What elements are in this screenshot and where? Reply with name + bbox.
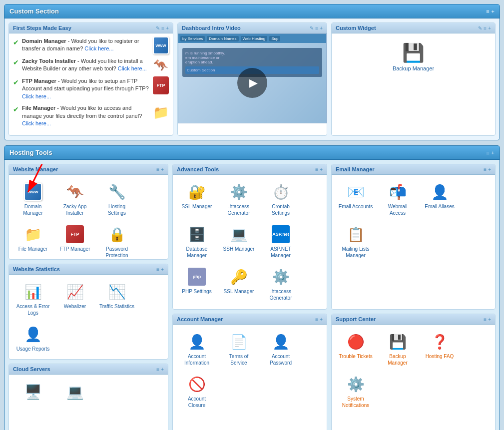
icon-aspnet-manager-1[interactable]: ASP.net ASP.NET Manager: [261, 221, 301, 262]
hosting-right-col: Email Manager ≡ + 📧 Email Ac: [331, 164, 496, 430]
am-add-icon[interactable]: +: [320, 317, 323, 322]
ws-add-icon[interactable]: +: [161, 267, 164, 272]
icon-email-aliases[interactable]: 👤 Email Aliases: [420, 179, 460, 219]
first-steps-link-ftp[interactable]: Click here...: [22, 93, 51, 99]
website-manager-panel: Website Manager ≡ + www: [8, 164, 168, 260]
icon-zacky-app-installer[interactable]: 🦘 Zacky App Installer: [55, 179, 95, 219]
video-body: m is running smoothly. em maintenance or…: [178, 43, 326, 123]
icon-ssl-manager[interactable]: 🔐 SSL Manager: [177, 179, 217, 219]
first-steps-link-domain[interactable]: Click here...: [84, 45, 113, 51]
icon-htaccess-generator[interactable]: ⚙️ .htaccess Generator: [219, 179, 259, 219]
video-edit-icon[interactable]: ✎: [310, 25, 314, 31]
icon-account-information[interactable]: 👤 Account Information: [177, 329, 217, 369]
email-manager-grid: 📧 Email Accounts 📬 Webmail Access: [332, 175, 495, 266]
cs-arrange-icon[interactable]: ≡: [156, 367, 159, 372]
icon-usage-reports[interactable]: 👤 Usage Reports: [13, 321, 53, 355]
ftp-manager-label: FTP Manager: [60, 246, 90, 252]
email-aliases-label: Email Aliases: [425, 203, 454, 210]
ftp-manager-icon: FTP: [66, 225, 84, 243]
icon-backup-manager[interactable]: 💾 Backup Manager: [378, 329, 418, 369]
custom-widget-header: Custom Widget ✎ ≡ +: [332, 23, 495, 33]
backup-manager-area[interactable]: 💾 Backup Manager: [336, 37, 491, 76]
at-add-icon[interactable]: +: [320, 167, 323, 172]
icon-cloud-2[interactable]: 💻: [55, 379, 95, 406]
sc-add-icon[interactable]: +: [488, 317, 491, 322]
system-notifications-icon-img: ⚙️: [346, 374, 366, 394]
system-notifications-label: System Notifications: [338, 396, 374, 409]
icon-system-notifications[interactable]: ⚙️ System Notifications: [336, 371, 376, 412]
webmail-access-label: Webmail Access: [380, 203, 416, 216]
widget-edit-icon[interactable]: ✎: [478, 25, 482, 31]
icon-webmail-access[interactable]: 📬 Webmail Access: [378, 179, 418, 219]
icon-file-manager[interactable]: 📁 File Manager: [13, 221, 53, 260]
icon-php-settings[interactable]: php PHP Settings: [177, 264, 217, 304]
icon-cloud-1[interactable]: 🖥️: [13, 379, 53, 406]
icon-email-accounts[interactable]: 📧 Email Accounts: [336, 179, 376, 219]
usage-reports-icon-img: 👤: [23, 324, 43, 344]
database-manager-label: Database Manager: [179, 246, 215, 259]
ws-arrange-icon[interactable]: ≡: [156, 267, 159, 272]
video-thumbnail[interactable]: by Services Domain Names Web Hosting Sup…: [178, 33, 327, 123]
em-arrange-icon[interactable]: ≡: [484, 167, 487, 172]
icon-terms-of-service[interactable]: 📄 Terms of Service: [219, 329, 259, 369]
icon-webalizer[interactable]: 📈 Webalizer: [55, 279, 95, 319]
icon-hosting-faq[interactable]: ❓ Hosting FAQ: [420, 329, 460, 369]
aspnet-1-badge: ASP.net: [272, 225, 290, 243]
at-arrange-icon[interactable]: ≡: [315, 167, 318, 172]
sc-arrange-icon[interactable]: ≡: [484, 317, 487, 322]
icon-crontab-settings[interactable]: ⏱️ Crontab Settings: [261, 179, 301, 219]
cloud-servers-header: Cloud Servers ≡ +: [9, 364, 168, 375]
em-add-icon[interactable]: +: [488, 167, 491, 172]
first-steps-arrange-icon[interactable]: ≡: [161, 25, 164, 31]
first-steps-header: First Steps Made Easy ✎ ≡ +: [9, 23, 173, 33]
wm-arrange-icon[interactable]: ≡: [156, 167, 159, 172]
custom-section-add-icon[interactable]: +: [492, 8, 495, 14]
hosting-tools-panel: Hosting Tools ≡ + Website Manager ≡: [4, 145, 500, 430]
first-steps-link-zacky[interactable]: Click here...: [118, 65, 147, 71]
icon-ftp-manager[interactable]: FTP FTP Manager: [55, 221, 95, 260]
icon-aspnet-manager-2[interactable]: ASP.net ASP.NET Manager: [177, 308, 217, 310]
htaccess-generator-icon: ⚙️: [230, 184, 248, 200]
ssl-manager-2-label: SSL Manager: [224, 288, 254, 295]
video-arrange-icon[interactable]: ≡: [315, 25, 318, 31]
trouble-tickets-label: Trouble Tickets: [339, 353, 372, 360]
icon-password-protection[interactable]: 🔒 Password Protection: [97, 221, 137, 260]
first-steps-item-filemanager: ✔ File Manager - Would you like to acces…: [13, 104, 169, 127]
icon-account-closure[interactable]: 🚫 Account Closure: [177, 371, 217, 412]
account-information-icon-img: 👤: [187, 332, 207, 352]
dashboard-video-header: Dashboard Intro Video ✎ ≡ +: [178, 23, 327, 33]
icon-htaccess-generator-2[interactable]: ⚙️ .htaccess Generator: [261, 264, 301, 304]
icon-ssh-manager[interactable]: 💻 SSH Manager: [219, 221, 259, 262]
first-steps-add-icon[interactable]: +: [166, 25, 169, 31]
ftp-icon: FTP: [153, 76, 169, 94]
crontab-settings-icon-img: ⏱️: [271, 182, 291, 202]
icon-mailing-lists-manager[interactable]: 📋 Mailing Lists Manager: [336, 221, 376, 262]
icon-account-password[interactable]: 👤 Account Password: [261, 329, 301, 369]
htaccess-generator-icon-img: ⚙️: [229, 182, 249, 202]
cloud-servers-controls: ≡ +: [156, 367, 164, 372]
icon-database-manager[interactable]: 🗄️ Database Manager: [177, 221, 217, 262]
database-manager-icon: 🗄️: [188, 226, 206, 243]
am-arrange-icon[interactable]: ≡: [315, 317, 318, 322]
custom-section-arrange-icon[interactable]: ≡: [486, 8, 489, 14]
icon-ssl-manager-2[interactable]: 🔑 SSL Manager: [219, 264, 259, 304]
wm-add-icon[interactable]: +: [161, 167, 164, 172]
hosting-arrange-icon[interactable]: ≡: [486, 150, 489, 156]
hosting-add-icon[interactable]: +: [492, 150, 495, 156]
icon-access-error-logs[interactable]: 📊 Access & Error Logs: [13, 279, 53, 319]
first-steps-edit-icon[interactable]: ✎: [156, 25, 160, 31]
widget-arrange-icon[interactable]: ≡: [484, 25, 487, 31]
icon-traffic-statistics[interactable]: 📉 Traffic Statistics: [97, 279, 137, 319]
icon-hosting-settings[interactable]: 🔧 Hosting Settings: [97, 179, 137, 219]
first-steps-panel: First Steps Made Easy ✎ ≡ + ✔ Domain Man…: [8, 22, 173, 136]
video-add-icon[interactable]: +: [320, 25, 323, 31]
icon-domain-manager[interactable]: www Domain Manager: [13, 179, 53, 219]
widget-add-icon[interactable]: +: [488, 25, 491, 31]
first-steps-link-filemanager[interactable]: Click here...: [22, 120, 51, 126]
icon-trouble-tickets[interactable]: 🔴 Trouble Tickets: [336, 329, 376, 369]
custom-widget-controls: ✎ ≡ +: [478, 25, 491, 31]
video-play-button[interactable]: [237, 68, 267, 98]
advanced-tools-header: Advanced Tools ≡ +: [173, 164, 327, 175]
cs-add-icon[interactable]: +: [161, 367, 164, 372]
website-manager-controls: ≡ +: [156, 167, 164, 172]
